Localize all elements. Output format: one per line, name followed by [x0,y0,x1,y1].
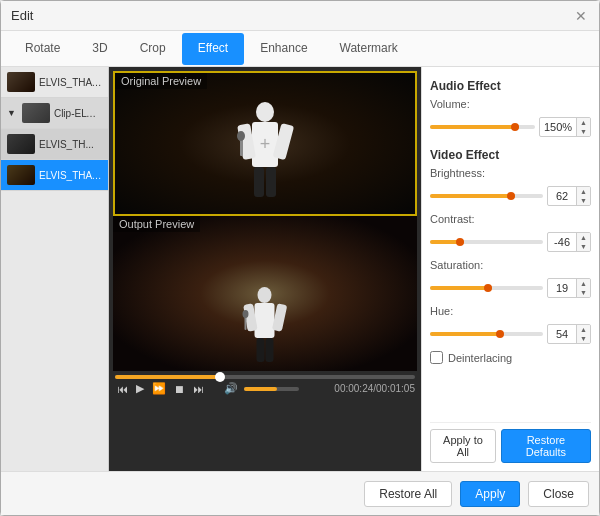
output-preview-canvas [113,216,417,371]
volume-spinner[interactable]: 150% ▲ ▼ [539,117,591,137]
hue-thumb [496,330,504,338]
original-figure [230,94,300,204]
video-section-title: Video Effect [430,148,591,162]
original-preview-box: + Original Preview [113,71,417,216]
sidebar-thumb-3 [7,165,35,185]
svg-point-0 [256,102,274,122]
sidebar-item-2[interactable]: ELVIS_TH... [1,129,108,160]
skip-back-button[interactable]: ⏮ [115,383,130,395]
volume-track[interactable] [244,387,299,391]
sidebar-label-1: ELVIS_THATS_... [39,77,102,88]
sidebar-thumb-2 [7,134,35,154]
tab-watermark[interactable]: Watermark [324,33,414,65]
original-preview-canvas: + [115,73,415,214]
output-preview-box: Output Preview [113,216,417,371]
apply-button[interactable]: Apply [460,481,520,507]
deinterlacing-label[interactable]: Deinterlacing [448,352,512,364]
hue-up[interactable]: ▲ [577,325,590,334]
sidebar: ELVIS_THATS_... ▼ Clip-ELVIS_TH... ELVIS… [1,67,109,471]
brightness-down[interactable]: ▼ [577,196,590,205]
saturation-down[interactable]: ▼ [577,288,590,297]
contrast-label-row: Contrast: [430,213,591,225]
window-close-button[interactable]: ✕ [573,8,589,24]
volume-down[interactable]: ▼ [577,127,590,136]
contrast-control-row: -46 ▲ ▼ [430,232,591,252]
contrast-up[interactable]: ▲ [577,233,590,242]
volume-label: Volume: [430,98,490,110]
original-preview-label: Original Preview [115,73,207,89]
svg-point-7 [237,131,245,141]
close-button[interactable]: Close [528,481,589,507]
edit-window: Edit ✕ Rotate 3D Crop Effect Enhance Wat… [0,0,600,516]
brightness-control-row: 62 ▲ ▼ [430,186,591,206]
svg-point-8 [258,287,272,303]
progress-thumb [215,372,225,382]
skip-forward-button[interactable]: ⏭ [191,383,206,395]
tab-effect[interactable]: Effect [182,33,244,65]
brightness-label-row: Brightness: [430,167,591,179]
sidebar-label-3: ELVIS_THATS_... [39,170,102,181]
brightness-spinner[interactable]: 62 ▲ ▼ [547,186,591,206]
saturation-label: Saturation: [430,259,490,271]
saturation-up[interactable]: ▲ [577,279,590,288]
brightness-up[interactable]: ▲ [577,187,590,196]
tab-rotate[interactable]: Rotate [9,33,76,65]
contrast-value: -46 [548,236,576,248]
output-figure [238,281,293,366]
transport-bar: ⏮ ▶ ⏩ ⏹ ⏭ 🔊 00:00:24/00:01:05 [109,371,421,399]
controls-row: ⏮ ▶ ⏩ ⏹ ⏭ 🔊 00:00:24/00:01:05 [115,382,415,395]
saturation-arrows: ▲ ▼ [576,279,590,297]
tab-crop[interactable]: Crop [124,33,182,65]
saturation-value: 19 [548,282,576,294]
right-panel: Audio Effect Volume: 150% ▲ ▼ Video Effe… [421,67,599,471]
deinterlacing-checkbox[interactable] [430,351,443,364]
play-button[interactable]: ▶ [134,382,146,395]
contrast-spinner[interactable]: -46 ▲ ▼ [547,232,591,252]
hue-control-row: 54 ▲ ▼ [430,324,591,344]
saturation-label-row: Saturation: [430,259,591,271]
saturation-thumb [484,284,492,292]
svg-rect-9 [255,303,275,338]
volume-slider[interactable] [430,125,535,129]
apply-to-all-button[interactable]: Apply to All [430,429,496,463]
svg-rect-4 [254,167,264,197]
sidebar-item-3[interactable]: ELVIS_THATS_... [1,160,108,191]
sidebar-item-1[interactable]: ELVIS_THATS_... [1,67,108,98]
contrast-slider[interactable] [430,240,543,244]
saturation-spinner[interactable]: 19 ▲ ▼ [547,278,591,298]
hue-arrows: ▲ ▼ [576,325,590,343]
brightness-value: 62 [548,190,576,202]
restore-all-button[interactable]: Restore All [364,481,452,507]
volume-value: 150% [540,121,576,133]
stop-button[interactable]: ⏹ [172,383,187,395]
hue-label: Hue: [430,305,490,317]
tab-enhance[interactable]: Enhance [244,33,323,65]
hue-slider[interactable] [430,332,543,336]
hue-down[interactable]: ▼ [577,334,590,343]
current-time: 00:00:24 [334,383,373,394]
contrast-thumb [456,238,464,246]
restore-defaults-button[interactable]: Restore Defaults [501,429,591,463]
svg-rect-13 [266,338,274,362]
hue-spinner[interactable]: 54 ▲ ▼ [547,324,591,344]
sidebar-item-group[interactable]: ▼ Clip-ELVIS_TH... [1,98,108,129]
brightness-slider[interactable] [430,194,543,198]
mute-button[interactable]: 🔊 [222,382,240,395]
expand-icon: ▼ [7,108,16,118]
saturation-slider[interactable] [430,286,543,290]
deinterlacing-row: Deinterlacing [430,351,591,364]
tab-3d[interactable]: 3D [76,33,123,65]
main-content: ELVIS_THATS_... ▼ Clip-ELVIS_TH... ELVIS… [1,67,599,471]
svg-point-15 [243,310,249,318]
fast-forward-button[interactable]: ⏩ [150,382,168,395]
progress-track[interactable] [115,375,415,379]
apply-to-row: Apply to All Restore Defaults [430,429,591,463]
hue-label-row: Hue: [430,305,591,317]
hue-fill [430,332,503,336]
saturation-control-row: 19 ▲ ▼ [430,278,591,298]
total-time: 00:01:05 [376,383,415,394]
center-panel: + Original Preview [109,67,421,471]
contrast-label: Contrast: [430,213,490,225]
contrast-down[interactable]: ▼ [577,242,590,251]
volume-up[interactable]: ▲ [577,118,590,127]
